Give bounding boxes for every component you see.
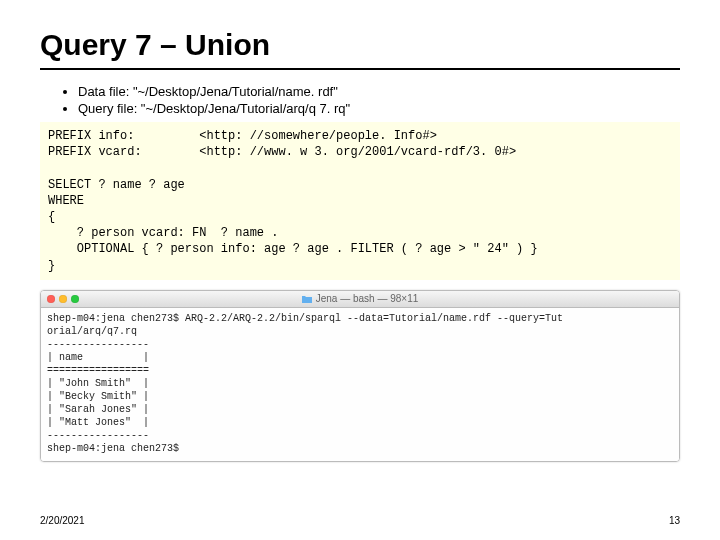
terminal-body: shep-m04:jena chen273$ ARQ-2.2/ARQ-2.2/b… <box>41 308 679 461</box>
terminal-titlebar: Jena — bash — 98×11 <box>41 291 679 308</box>
title-divider <box>40 68 680 70</box>
term-prompt: shep-m04:jena chen273$ <box>47 443 185 454</box>
sparql-code-block: PREFIX info: <http: //somewhere/people. … <box>40 122 680 280</box>
term-output-table: ----------------- | name | =============… <box>47 339 149 441</box>
bullet-data-file: Data file: "~/Desktop/Jena/Tutorial/name… <box>78 84 680 99</box>
term-command: shep-m04:jena chen273$ ARQ-2.2/ARQ-2.2/b… <box>47 313 563 337</box>
folder-icon <box>302 295 312 303</box>
bullet-query-file: Query file: "~/Desktop/Jena/Tutorial/arq… <box>78 101 680 116</box>
terminal-title-text: Jena — bash — 98×11 <box>316 293 419 304</box>
terminal-window: Jena — bash — 98×11 shep-m04:jena chen27… <box>40 290 680 462</box>
footer-date: 2/20/2021 <box>40 515 85 526</box>
slide-title: Query 7 – Union <box>40 28 680 62</box>
terminal-title: Jena — bash — 98×11 <box>41 293 679 304</box>
bullet-list: Data file: "~/Desktop/Jena/Tutorial/name… <box>40 84 680 116</box>
footer-page-number: 13 <box>669 515 680 526</box>
